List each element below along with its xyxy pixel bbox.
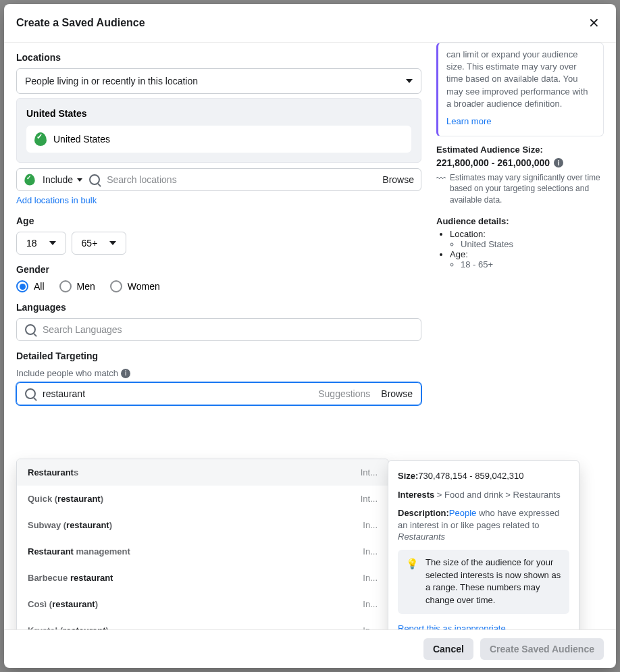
age-label: Age [16, 215, 421, 226]
radio-icon [59, 280, 72, 292]
estimated-size-value: 221,800,000 - 261,000,000 i [436, 157, 604, 168]
audience-details-label: Audience details: [436, 216, 604, 226]
tip-card: can limit or expand your audience size. … [436, 43, 604, 136]
targeting-autocomplete: RestaurantsInt...Quick (restaurant)Int..… [16, 459, 389, 629]
locations-label: Locations [16, 52, 421, 63]
close-icon[interactable]: ✕ [584, 11, 604, 35]
search-icon [25, 324, 36, 335]
location-scope-value: People living in or recently in this loc… [25, 76, 198, 86]
range-note: 💡 The size of the audience for your sele… [398, 550, 569, 614]
chevron-down-icon [49, 241, 56, 245]
radio-selected-icon [16, 280, 28, 292]
languages-search-input[interactable] [43, 324, 413, 335]
search-icon [89, 174, 100, 185]
interest-detail-panel: Size:730,478,154 - 859,042,310 Interests… [388, 460, 579, 629]
create-saved-audience-button[interactable]: Create Saved Audience [480, 638, 604, 660]
modal-body: Locations People living in or recently i… [4, 43, 616, 629]
languages-search[interactable] [16, 318, 421, 341]
ac-item[interactable]: Restaurant managementIn... [17, 538, 388, 565]
ac-item[interactable]: RestaurantsInt... [17, 459, 388, 486]
modal-header: Create a Saved Audience ✕ [4, 4, 616, 43]
search-icon [25, 388, 36, 399]
location-country-header: United States [26, 108, 411, 119]
gender-men-option[interactable]: Men [59, 280, 95, 292]
location-scope-select[interactable]: People living in or recently in this loc… [16, 68, 421, 94]
age-max-select[interactable]: 65+ [72, 232, 127, 255]
chevron-down-icon [109, 241, 116, 245]
location-search-input[interactable] [107, 174, 376, 185]
targeting-search[interactable]: Suggestions Browse [16, 382, 421, 405]
include-dropdown[interactable]: Include [43, 174, 82, 185]
location-pill[interactable]: United States [26, 126, 411, 153]
include-label: Include [43, 174, 73, 185]
ac-item[interactable]: Barbecue restaurantIn... [17, 565, 388, 591]
ac-item[interactable]: Così (restaurant)In... [17, 591, 388, 617]
targeting-browse-link[interactable]: Browse [381, 388, 413, 399]
modal-footer: Cancel Create Saved Audience [4, 629, 616, 668]
audience-details-list: Location: United States Age: 18 - 65+ [436, 229, 604, 269]
ac-item[interactable]: Quick (restaurant)Int... [17, 486, 388, 512]
ac-item[interactable]: Subway (restaurant)In... [17, 512, 388, 538]
estimated-size-label: Estimated Audience Size: [436, 145, 604, 155]
gender-label: Gender [16, 264, 421, 275]
suggestions-link[interactable]: Suggestions [318, 388, 370, 399]
location-browse-link[interactable]: Browse [382, 174, 414, 185]
add-locations-bulk-link[interactable]: Add locations in bulk [16, 195, 97, 205]
chevron-down-icon [406, 79, 413, 83]
shield-check-icon [24, 174, 34, 186]
info-icon[interactable]: i [554, 158, 563, 167]
gender-all-option[interactable]: All [16, 280, 45, 292]
lightbulb-icon: 💡 [406, 557, 419, 607]
age-min-select[interactable]: 18 [16, 232, 66, 255]
learn-more-link[interactable]: Learn more [446, 115, 491, 128]
chevron-down-icon [77, 178, 82, 182]
include-match-label: Include people who matchi [16, 368, 130, 378]
languages-label: Languages [16, 302, 421, 313]
location-pill-label: United States [53, 134, 110, 145]
create-audience-modal: Create a Saved Audience ✕ Locations Peop… [4, 4, 616, 668]
report-inappropriate-link[interactable]: Report this as inappropriate [398, 623, 569, 629]
pulse-icon: 〰︎ [436, 172, 446, 205]
location-block: United States United States [16, 98, 421, 163]
gender-women-option[interactable]: Women [110, 280, 160, 292]
cancel-button[interactable]: Cancel [423, 638, 473, 660]
radio-icon [110, 280, 122, 292]
modal-title: Create a Saved Audience [16, 17, 145, 29]
ac-item[interactable]: Krystal (restaurant)In... [17, 617, 388, 629]
targeting-search-input[interactable] [43, 388, 311, 399]
info-icon[interactable]: i [121, 369, 130, 378]
location-include-row: Include Browse [16, 168, 421, 191]
shield-check-icon [34, 132, 47, 146]
detailed-targeting-label: Detailed Targeting [16, 351, 421, 361]
estimate-note: 〰︎ Estimates may vary significantly over… [436, 172, 604, 205]
